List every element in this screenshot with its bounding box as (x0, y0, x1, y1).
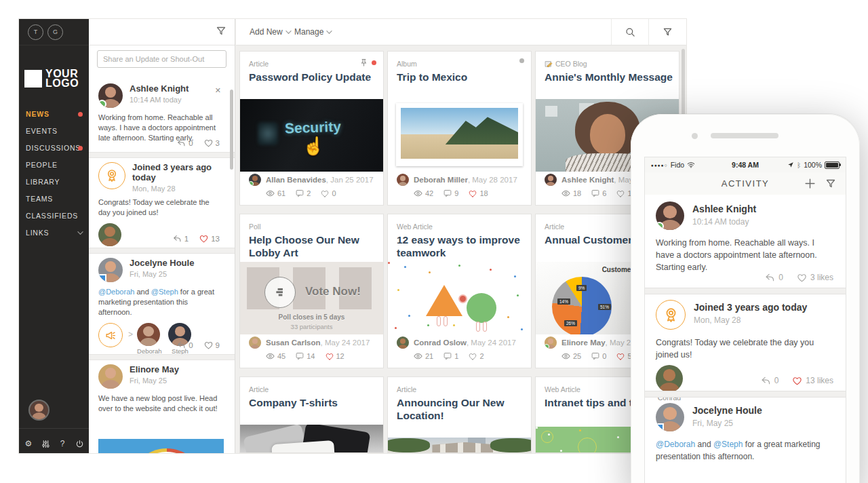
comment-count[interactable]: 9 (454, 189, 458, 197)
like-count[interactable]: 3 (216, 139, 220, 147)
avatar[interactable] (98, 83, 123, 108)
card-tshirts[interactable]: Article Company T-shirts (239, 376, 384, 453)
manage-menu[interactable]: Manage (294, 19, 332, 45)
like-heart-icon[interactable] (326, 353, 334, 360)
card-author[interactable]: Elinore May (561, 339, 606, 347)
mention-link[interactable]: @Steph (151, 288, 178, 296)
like-heart-icon[interactable] (469, 353, 477, 360)
feed-filter-icon[interactable] (216, 26, 226, 37)
search-button[interactable] (611, 19, 649, 45)
add-plus-icon[interactable] (804, 178, 816, 189)
feed-scrollbar-thumb[interactable] (230, 90, 233, 170)
blog-post-image[interactable] (98, 439, 224, 453)
current-user-avatar[interactable] (28, 400, 50, 421)
avatar[interactable] (137, 323, 160, 346)
comment-icon[interactable] (443, 189, 452, 197)
mention-link[interactable]: @Deborah (98, 288, 134, 296)
avatar[interactable] (656, 403, 684, 431)
avatar[interactable] (98, 364, 123, 389)
account-switch-t-button[interactable]: T (28, 24, 43, 40)
like-count[interactable]: 12 (336, 352, 344, 360)
like-count[interactable]: 3 likes (810, 273, 833, 282)
avatar[interactable] (545, 174, 557, 186)
avatar[interactable] (545, 336, 557, 349)
comment-icon[interactable] (443, 352, 452, 360)
like-count[interactable]: 18 (479, 189, 488, 197)
card-trip-mexico[interactable]: Album Trip to Mexico Deborah Miller, May… (387, 51, 532, 206)
like-heart-icon[interactable] (469, 190, 477, 197)
reply-count[interactable]: 0 (189, 139, 193, 147)
reply-count[interactable]: 0 (778, 273, 783, 282)
reply-count[interactable]: 1 (184, 235, 189, 243)
sidebar-item-classifieds[interactable]: CLASSIFIEDS (19, 208, 89, 225)
card-author[interactable]: Ashlee Knight (561, 176, 614, 184)
comment-icon[interactable] (591, 352, 599, 360)
card-author[interactable]: Deborah Miller (414, 176, 468, 184)
like-heart-icon[interactable] (616, 353, 625, 360)
like-heart-icon[interactable] (797, 273, 807, 282)
help-question-icon[interactable]: ? (55, 439, 70, 448)
phone-filter-icon[interactable] (825, 178, 836, 189)
sidebar-item-people[interactable]: PEOPLE (19, 157, 89, 174)
comment-count[interactable]: 14 (307, 352, 315, 360)
post-author[interactable]: Ashlee Knight (130, 83, 189, 94)
comment-count[interactable]: 0 (602, 352, 606, 360)
card-new-location[interactable]: Article Announcing Our New Location! (387, 376, 532, 453)
logout-power-icon[interactable] (72, 438, 87, 448)
like-count[interactable]: 13 (211, 235, 220, 243)
post-author[interactable]: Ashlee Knight (692, 204, 756, 215)
preferences-sliders-icon[interactable] (38, 438, 53, 448)
like-heart-icon[interactable] (792, 376, 802, 385)
like-count[interactable]: 9 (216, 341, 220, 349)
reply-icon[interactable] (765, 273, 775, 282)
reply-icon[interactable] (177, 139, 186, 147)
card-teamwork-article[interactable]: Web Article 12 easy ways to improve team… (387, 214, 532, 368)
like-heart-icon[interactable] (204, 139, 213, 147)
avatar[interactable] (656, 201, 684, 230)
avatar[interactable] (98, 223, 121, 246)
avatar[interactable] (98, 258, 123, 282)
pin-icon[interactable] (359, 58, 368, 67)
like-heart-icon[interactable] (616, 190, 625, 197)
reply-count[interactable]: 0 (774, 376, 779, 385)
post-author[interactable]: Jocelyne Houle (692, 405, 762, 417)
close-icon[interactable]: ✕ (215, 86, 221, 95)
like-heart-icon[interactable] (204, 341, 213, 349)
like-count[interactable]: 2 (479, 352, 484, 360)
post-author[interactable]: Elinore May (130, 364, 179, 374)
card-poll-lobby-art[interactable]: Poll Help Choose Our New Lobby Art Vote … (239, 214, 384, 368)
vote-now-button[interactable]: Vote Now! (305, 285, 361, 298)
sidebar-item-library[interactable]: LIBRARY (19, 174, 89, 191)
settings-gear-icon[interactable]: ⚙ (21, 439, 36, 448)
reply-count[interactable]: 0 (189, 341, 193, 349)
like-count[interactable]: 13 likes (806, 376, 833, 385)
mention-link[interactable]: @Steph (713, 440, 743, 449)
comment-count[interactable]: 1 (454, 352, 458, 360)
sidebar-item-links[interactable]: LINKS (19, 225, 89, 242)
avatar[interactable] (249, 174, 261, 186)
sidebar-item-events[interactable]: EVENTS (19, 123, 89, 140)
comment-icon[interactable] (296, 352, 304, 360)
mention-link[interactable]: @Deborah (656, 440, 695, 449)
card-author[interactable]: Susan Carlson (266, 339, 321, 347)
card-author[interactable]: Allan Benavides (266, 176, 326, 184)
add-new-menu[interactable]: Add New (250, 19, 292, 45)
avatar[interactable] (656, 365, 683, 392)
sidebar-item-teams[interactable]: TEAMS (19, 191, 89, 208)
sidebar-item-discussions[interactable]: DISCUSSIONS (19, 140, 89, 157)
comment-count[interactable]: 2 (307, 189, 311, 197)
avatar[interactable] (397, 174, 409, 186)
reply-icon[interactable] (177, 341, 186, 349)
like-heart-icon[interactable] (199, 235, 208, 243)
comment-icon[interactable] (296, 189, 304, 197)
post-author[interactable]: Jocelyne Houle (130, 258, 194, 268)
account-switch-g-button[interactable]: G (47, 24, 63, 40)
share-update-input[interactable] (97, 50, 226, 68)
avatar[interactable] (249, 336, 261, 349)
reply-icon[interactable] (761, 376, 771, 385)
reply-icon[interactable] (173, 235, 182, 243)
like-heart-icon[interactable] (321, 190, 329, 197)
comment-count[interactable]: 6 (602, 189, 606, 197)
comment-icon[interactable] (591, 189, 599, 197)
avatar[interactable] (397, 336, 409, 349)
